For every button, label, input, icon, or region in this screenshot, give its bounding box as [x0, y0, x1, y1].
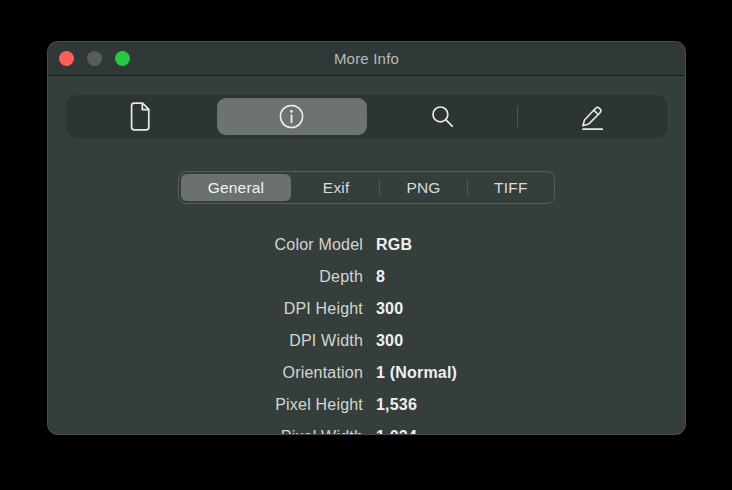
search-icon — [429, 103, 456, 130]
window-title: More Info — [334, 50, 399, 67]
table-row: DPI Width 300 — [48, 325, 685, 357]
tab-tiff[interactable]: TIFF — [468, 172, 554, 203]
info-value: 1,024 — [376, 421, 685, 434]
more-info-window: More Info — [48, 42, 685, 434]
markup-icon — [577, 101, 608, 132]
segment-search[interactable] — [368, 95, 518, 138]
minimize-button[interactable] — [87, 51, 102, 66]
document-icon — [127, 101, 154, 132]
segment-markup[interactable] — [517, 95, 667, 138]
info-label: DPI Height — [48, 293, 363, 325]
info-value: 300 — [376, 293, 685, 325]
toolbar-segmented-control — [66, 95, 667, 138]
tab-png[interactable]: PNG — [380, 172, 466, 203]
info-label: Pixel Width — [48, 421, 363, 434]
info-value: RGB — [376, 229, 685, 261]
desktop: { "window": { "title": "More Info", "tra… — [0, 0, 732, 490]
tab-strip: General Exif PNG TIFF — [178, 171, 555, 204]
info-value: 300 — [376, 325, 685, 357]
table-row: Depth 8 — [48, 261, 685, 293]
toolbar-divider — [517, 106, 518, 127]
table-row: Pixel Width 1,024 — [48, 421, 685, 434]
info-icon — [277, 102, 306, 131]
titlebar: More Info — [48, 42, 685, 76]
zoom-button[interactable] — [115, 51, 130, 66]
segment-info[interactable] — [217, 98, 367, 135]
info-label: Depth — [48, 261, 363, 293]
table-row: Pixel Height 1,536 — [48, 389, 685, 421]
info-label: DPI Width — [48, 325, 363, 357]
tab-general[interactable]: General — [181, 174, 291, 201]
info-value: 1,536 — [376, 389, 685, 421]
info-value: 1 (Normal) — [376, 357, 685, 389]
info-label: Pixel Height — [48, 389, 363, 421]
segment-document[interactable] — [66, 95, 216, 138]
close-button[interactable] — [59, 51, 74, 66]
info-label: Color Model — [48, 229, 363, 261]
tab-exif[interactable]: Exif — [293, 172, 379, 203]
table-row: Color Model RGB — [48, 229, 685, 261]
table-row: DPI Height 300 — [48, 293, 685, 325]
table-row: Orientation 1 (Normal) — [48, 357, 685, 389]
info-value: 8 — [376, 261, 685, 293]
info-table: Color Model RGB Depth 8 DPI Height 300 D… — [48, 229, 685, 434]
traffic-lights — [59, 51, 130, 66]
info-label: Orientation — [48, 357, 363, 389]
